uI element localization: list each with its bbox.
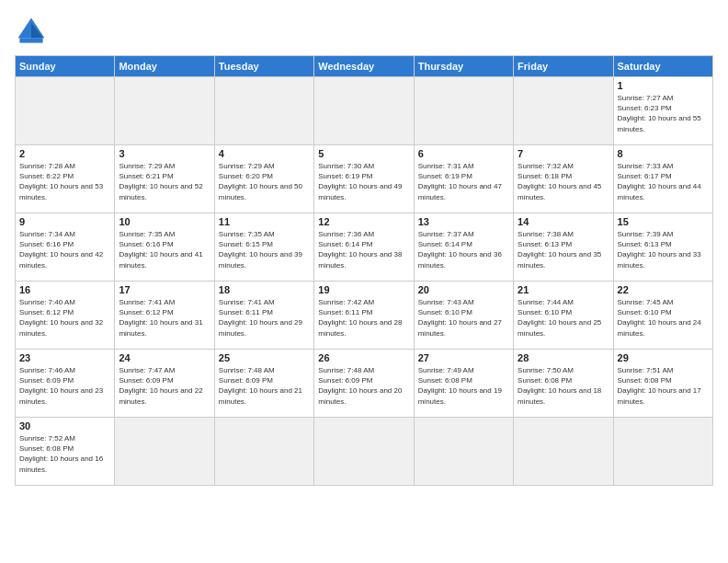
week-row-1: 2Sunrise: 7:28 AM Sunset: 6:22 PM Daylig…: [16, 145, 713, 213]
day-cell: 27Sunrise: 7:49 AM Sunset: 6:08 PM Dayli…: [414, 350, 513, 418]
day-number: 21: [518, 284, 609, 295]
day-cell: 19Sunrise: 7:42 AM Sunset: 6:11 PM Dayli…: [314, 282, 414, 350]
day-info: Sunrise: 7:35 AM Sunset: 6:15 PM Dayligh…: [219, 229, 310, 270]
day-cell: [214, 418, 313, 486]
day-info: Sunrise: 7:43 AM Sunset: 6:10 PM Dayligh…: [418, 297, 509, 339]
day-number: 28: [518, 352, 609, 363]
day-cell: 10Sunrise: 7:35 AM Sunset: 6:16 PM Dayli…: [115, 213, 214, 282]
day-cell: [214, 77, 313, 145]
day-number: 1: [618, 80, 709, 91]
day-number: 19: [318, 284, 409, 295]
day-info: Sunrise: 7:48 AM Sunset: 6:09 PM Dayligh…: [318, 365, 409, 407]
day-number: 6: [418, 148, 509, 159]
day-number: 10: [119, 216, 210, 227]
day-info: Sunrise: 7:47 AM Sunset: 6:09 PM Dayligh…: [119, 365, 210, 407]
day-info: Sunrise: 7:34 AM Sunset: 6:16 PM Dayligh…: [19, 229, 110, 270]
day-cell: 15Sunrise: 7:39 AM Sunset: 6:13 PM Dayli…: [613, 213, 712, 282]
day-cell: [514, 418, 613, 486]
day-info: Sunrise: 7:29 AM Sunset: 6:21 PM Dayligh…: [119, 161, 210, 202]
day-cell: 22Sunrise: 7:45 AM Sunset: 6:10 PM Dayli…: [613, 282, 712, 350]
calendar-table: SundayMondayTuesdayWednesdayThursdayFrid…: [15, 55, 713, 486]
day-cell: 18Sunrise: 7:41 AM Sunset: 6:11 PM Dayli…: [214, 282, 313, 350]
day-cell: 21Sunrise: 7:44 AM Sunset: 6:10 PM Dayli…: [514, 282, 613, 350]
logo: [15, 15, 51, 48]
day-number: 7: [518, 148, 609, 159]
day-number: 15: [618, 216, 709, 227]
day-number: 14: [518, 216, 609, 227]
day-number: 25: [219, 352, 310, 363]
day-info: Sunrise: 7:36 AM Sunset: 6:14 PM Dayligh…: [318, 229, 409, 270]
day-info: Sunrise: 7:40 AM Sunset: 6:12 PM Dayligh…: [19, 297, 110, 339]
week-row-5: 30Sunrise: 7:52 AM Sunset: 6:08 PM Dayli…: [16, 418, 713, 486]
day-info: Sunrise: 7:41 AM Sunset: 6:12 PM Dayligh…: [119, 297, 210, 339]
svg-rect-2: [19, 38, 42, 42]
header-day-sunday: Sunday: [16, 56, 115, 77]
day-cell: 9Sunrise: 7:34 AM Sunset: 6:16 PM Daylig…: [16, 213, 115, 282]
page: SundayMondayTuesdayWednesdayThursdayFrid…: [0, 0, 728, 563]
day-number: 30: [19, 420, 110, 431]
day-number: 17: [119, 284, 210, 295]
day-cell: [414, 77, 513, 145]
week-row-4: 23Sunrise: 7:46 AM Sunset: 6:09 PM Dayli…: [16, 350, 713, 418]
day-cell: 20Sunrise: 7:43 AM Sunset: 6:10 PM Dayli…: [414, 282, 513, 350]
day-info: Sunrise: 7:52 AM Sunset: 6:08 PM Dayligh…: [19, 433, 110, 475]
day-info: Sunrise: 7:28 AM Sunset: 6:22 PM Dayligh…: [19, 161, 110, 202]
header-day-friday: Friday: [514, 56, 613, 77]
day-number: 26: [318, 352, 409, 363]
day-cell: 6Sunrise: 7:31 AM Sunset: 6:19 PM Daylig…: [414, 145, 513, 213]
day-number: 3: [119, 148, 210, 159]
day-info: Sunrise: 7:50 AM Sunset: 6:08 PM Dayligh…: [518, 365, 609, 407]
day-number: 13: [418, 216, 509, 227]
day-cell: 8Sunrise: 7:33 AM Sunset: 6:17 PM Daylig…: [613, 145, 712, 213]
day-info: Sunrise: 7:39 AM Sunset: 6:13 PM Dayligh…: [618, 229, 709, 270]
day-number: 11: [219, 216, 310, 227]
day-info: Sunrise: 7:31 AM Sunset: 6:19 PM Dayligh…: [418, 161, 509, 202]
week-row-2: 9Sunrise: 7:34 AM Sunset: 6:16 PM Daylig…: [16, 213, 713, 282]
day-info: Sunrise: 7:51 AM Sunset: 6:08 PM Dayligh…: [618, 365, 709, 407]
day-info: Sunrise: 7:30 AM Sunset: 6:19 PM Dayligh…: [318, 161, 409, 202]
day-info: Sunrise: 7:46 AM Sunset: 6:09 PM Dayligh…: [19, 365, 110, 407]
day-cell: 3Sunrise: 7:29 AM Sunset: 6:21 PM Daylig…: [115, 145, 214, 213]
day-number: 12: [318, 216, 409, 227]
day-cell: 25Sunrise: 7:48 AM Sunset: 6:09 PM Dayli…: [214, 350, 313, 418]
header-day-saturday: Saturday: [613, 56, 712, 77]
header-row: SundayMondayTuesdayWednesdayThursdayFrid…: [16, 56, 713, 77]
day-cell: 29Sunrise: 7:51 AM Sunset: 6:08 PM Dayli…: [613, 350, 712, 418]
day-cell: 23Sunrise: 7:46 AM Sunset: 6:09 PM Dayli…: [16, 350, 115, 418]
day-cell: 30Sunrise: 7:52 AM Sunset: 6:08 PM Dayli…: [16, 418, 115, 486]
day-cell: [314, 77, 414, 145]
day-info: Sunrise: 7:41 AM Sunset: 6:11 PM Dayligh…: [219, 297, 310, 339]
day-cell: 24Sunrise: 7:47 AM Sunset: 6:09 PM Dayli…: [115, 350, 214, 418]
day-cell: 14Sunrise: 7:38 AM Sunset: 6:13 PM Dayli…: [514, 213, 613, 282]
day-cell: 2Sunrise: 7:28 AM Sunset: 6:22 PM Daylig…: [16, 145, 115, 213]
day-cell: 1Sunrise: 7:27 AM Sunset: 6:23 PM Daylig…: [613, 77, 712, 145]
day-info: Sunrise: 7:37 AM Sunset: 6:14 PM Dayligh…: [418, 229, 509, 270]
day-number: 22: [618, 284, 709, 295]
day-number: 2: [19, 148, 110, 159]
day-cell: 28Sunrise: 7:50 AM Sunset: 6:08 PM Dayli…: [514, 350, 613, 418]
week-row-3: 16Sunrise: 7:40 AM Sunset: 6:12 PM Dayli…: [16, 282, 713, 350]
day-number: 29: [618, 352, 709, 363]
logo-icon: [15, 15, 48, 48]
day-cell: 16Sunrise: 7:40 AM Sunset: 6:12 PM Dayli…: [16, 282, 115, 350]
day-cell: 7Sunrise: 7:32 AM Sunset: 6:18 PM Daylig…: [514, 145, 613, 213]
day-cell: 17Sunrise: 7:41 AM Sunset: 6:12 PM Dayli…: [115, 282, 214, 350]
header-day-thursday: Thursday: [414, 56, 513, 77]
day-number: 27: [418, 352, 509, 363]
day-cell: [115, 418, 214, 486]
day-info: Sunrise: 7:29 AM Sunset: 6:20 PM Dayligh…: [219, 161, 310, 202]
day-cell: [613, 418, 712, 486]
day-info: Sunrise: 7:42 AM Sunset: 6:11 PM Dayligh…: [318, 297, 409, 339]
day-number: 4: [219, 148, 310, 159]
header: [15, 15, 713, 48]
header-day-wednesday: Wednesday: [314, 56, 414, 77]
day-cell: 5Sunrise: 7:30 AM Sunset: 6:19 PM Daylig…: [314, 145, 414, 213]
day-number: 23: [19, 352, 110, 363]
day-cell: [314, 418, 414, 486]
day-cell: 11Sunrise: 7:35 AM Sunset: 6:15 PM Dayli…: [214, 213, 313, 282]
day-number: 18: [219, 284, 310, 295]
day-info: Sunrise: 7:35 AM Sunset: 6:16 PM Dayligh…: [119, 229, 210, 270]
day-cell: [115, 77, 214, 145]
day-number: 9: [19, 216, 110, 227]
day-info: Sunrise: 7:27 AM Sunset: 6:23 PM Dayligh…: [618, 93, 709, 134]
